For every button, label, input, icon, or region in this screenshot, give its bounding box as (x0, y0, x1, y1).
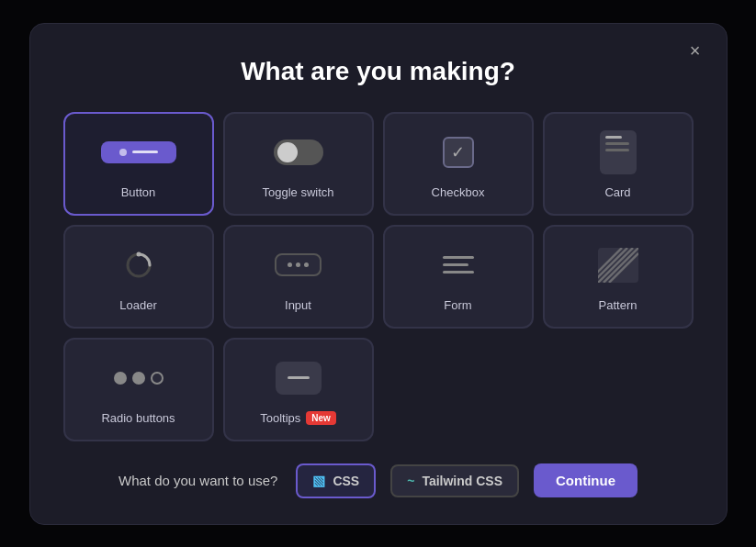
form-label: Form (444, 298, 471, 312)
toggle-icon-area (274, 132, 323, 173)
form-line-3 (443, 271, 474, 274)
card-line-2 (605, 142, 629, 145)
radio-circle-2 (132, 372, 145, 385)
css-label: CSS (333, 474, 359, 488)
radio-circle-1 (114, 372, 127, 385)
toggle-circle (277, 142, 298, 162)
css-icon: ▧ (312, 473, 325, 489)
grid-item-tooltip[interactable]: Tooltips New (223, 338, 374, 441)
modal-title: What are you making? (63, 57, 694, 86)
input-dot-1 (288, 262, 292, 267)
close-button[interactable]: × (683, 39, 708, 64)
pattern-icon-area (598, 245, 638, 285)
grid-item-form[interactable]: Form (383, 225, 534, 329)
modal-overlay: × What are you making? Button (0, 0, 756, 547)
button-icon-dot (119, 149, 127, 156)
checkbox-label: Checkbox (432, 185, 485, 199)
loader-preview-icon (123, 250, 154, 281)
button-preview-icon (101, 141, 176, 163)
radio-preview-icon (114, 372, 164, 385)
tooltip-line (288, 376, 310, 379)
checkbox-preview-icon: ✓ (443, 137, 474, 168)
tooltip-label: Tooltips (260, 411, 300, 425)
pattern-label: Pattern (599, 298, 638, 312)
tooltip-label-row: Tooltips New (260, 411, 336, 425)
card-label: Card (604, 185, 630, 199)
grid-item-input[interactable]: Input (223, 225, 374, 329)
input-dot-2 (296, 262, 300, 267)
grid-item-loader[interactable]: Loader (63, 225, 214, 329)
loader-spinner-svg (124, 251, 153, 280)
button-icon-area (101, 132, 176, 173)
form-icon-area (443, 245, 474, 285)
checkbox-icon-area: ✓ (443, 132, 474, 173)
toggle-label: Toggle switch (262, 185, 333, 199)
grid-item-checkbox[interactable]: ✓ Checkbox (383, 112, 534, 216)
component-grid: Button Toggle switch ✓ Checkbox (63, 112, 694, 441)
tooltip-icon-area (276, 358, 322, 398)
form-line-2 (443, 263, 468, 266)
input-preview-icon (275, 253, 322, 276)
grid-item-card[interactable]: Card (543, 112, 694, 216)
form-line-1 (443, 256, 474, 259)
tooltip-preview-icon (276, 362, 322, 395)
tailwind-label: Tailwind CSS (422, 474, 502, 488)
input-label: Input (285, 298, 311, 312)
input-icon-area (275, 245, 322, 285)
grid-item-radio[interactable]: Radio buttons (63, 338, 214, 441)
footer: What do you want to use? ▧ CSS ~ Tailwin… (63, 463, 694, 498)
button-icon-line (132, 151, 158, 153)
pattern-preview-icon (598, 248, 638, 283)
checkmark-symbol: ✓ (451, 142, 465, 162)
continue-button[interactable]: Continue (534, 463, 638, 497)
footer-question: What do you want to use? (118, 473, 277, 488)
grid-item-button[interactable]: Button (63, 112, 214, 216)
card-preview-icon (600, 130, 637, 174)
modal: × What are you making? Button (29, 23, 728, 525)
input-dot-3 (304, 262, 309, 267)
toggle-preview-icon (274, 140, 323, 165)
button-label: Button (121, 185, 156, 199)
loader-label: Loader (119, 298, 156, 312)
radio-circle-3 (151, 372, 164, 385)
radio-label: Radio buttons (101, 411, 175, 425)
tailwind-icon: ~ (407, 474, 414, 488)
form-preview-icon (443, 256, 474, 274)
grid-item-toggle[interactable]: Toggle switch (223, 112, 374, 216)
card-line-1 (605, 136, 622, 139)
grid-item-pattern[interactable]: Pattern (543, 225, 694, 329)
card-line-3 (605, 149, 629, 151)
svg-point-1 (136, 251, 141, 256)
loader-icon-area (123, 245, 154, 285)
tailwind-button[interactable]: ~ Tailwind CSS (390, 464, 519, 497)
radio-icon-area (114, 358, 164, 398)
new-badge: New (306, 411, 336, 425)
card-icon-area (600, 132, 637, 173)
css-button[interactable]: ▧ CSS (296, 463, 376, 498)
